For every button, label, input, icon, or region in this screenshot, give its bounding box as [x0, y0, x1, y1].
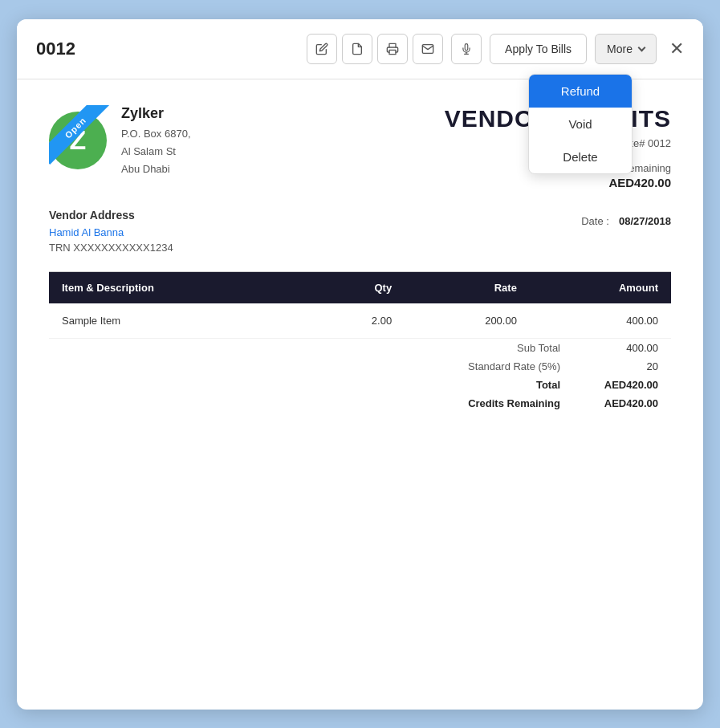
close-button[interactable]: ✕ [669, 39, 684, 59]
summary-section: Sub Total 400.00 Standard Rate (5%) 20 T… [49, 339, 671, 413]
delete-menu-item[interactable]: Delete [529, 140, 632, 173]
col-amount: Amount [530, 272, 671, 303]
total-row: Total AED420.00 [49, 376, 671, 394]
pdf-button[interactable] [342, 34, 372, 64]
vendor-trn: TRN XXXXXXXXXXX1234 [49, 242, 581, 254]
icon-group [307, 34, 443, 64]
line-items-table: Item & Description Qty Rate Amount Sampl… [49, 272, 671, 339]
table-row: Sample Item 2.00 200.00 400.00 [49, 303, 671, 339]
document-number: 0012 [36, 39, 100, 59]
col-rate: Rate [405, 272, 530, 303]
void-menu-item[interactable]: Void [529, 108, 632, 140]
more-dropdown-menu: Refund Void Delete [528, 74, 633, 174]
chevron-down-icon [638, 44, 646, 52]
date-value: 08/27/2018 [619, 215, 671, 227]
tax-value: 20 [586, 360, 658, 372]
col-description: Item & Description [49, 272, 305, 303]
item-description: Sample Item [49, 303, 305, 339]
vendor-info: Zylker P.O. Box 6870, Al Salam St Abu Dh… [121, 105, 360, 178]
sub-total-value: 400.00 [586, 342, 658, 354]
vendor-address-left: Vendor Address Hamid Al Banna TRN XXXXXX… [49, 209, 581, 254]
total-label: Total [416, 379, 560, 391]
item-qty: 2.00 [305, 303, 405, 339]
vendor-contact-name[interactable]: Hamid Al Banna [49, 226, 581, 238]
item-rate: 200.00 [405, 303, 530, 339]
refund-menu-item[interactable]: Refund [529, 75, 632, 108]
vendor-address-heading: Vendor Address [49, 209, 581, 222]
credits-remaining-summary-value: AED420.00 [586, 397, 658, 409]
tax-label: Standard Rate (5%) [416, 360, 560, 372]
credits-remaining-summary-label: Credits Remaining [416, 397, 560, 409]
modal-header: 0012 Apply To Bills M [17, 19, 703, 79]
header-actions: Apply To Bills More ✕ [307, 34, 684, 64]
col-qty: Qty [305, 272, 405, 303]
date-section: Date : 08/27/2018 [581, 215, 671, 227]
credits-remaining-value: AED420.00 [360, 176, 672, 189]
credits-remaining-summary-row: Credits Remaining AED420.00 [49, 394, 671, 413]
svg-rect-0 [389, 50, 396, 54]
mic-button[interactable] [451, 34, 482, 64]
edit-button[interactable] [307, 34, 337, 64]
vendor-address: P.O. Box 6870, Al Salam St Abu Dhabi [121, 125, 360, 178]
table-header-row: Item & Description Qty Rate Amount [49, 272, 671, 303]
item-amount: 400.00 [530, 303, 671, 339]
tax-row: Standard Rate (5%) 20 [49, 357, 671, 376]
vendor-name: Zylker [121, 105, 360, 122]
date-label: Date : [581, 215, 609, 227]
more-button[interactable]: More [595, 34, 657, 64]
sub-total-label: Sub Total [416, 342, 560, 354]
vendor-address-section: Vendor Address Hamid Al Banna TRN XXXXXX… [49, 209, 671, 254]
modal-container: 0012 Apply To Bills M [17, 19, 703, 710]
total-value: AED420.00 [586, 379, 658, 391]
print-button[interactable] [377, 34, 408, 64]
vendor-logo: Z [49, 112, 107, 169]
mail-button[interactable] [413, 34, 443, 64]
sub-total-row: Sub Total 400.00 [49, 339, 671, 357]
apply-to-bills-button[interactable]: Apply To Bills [490, 34, 587, 64]
